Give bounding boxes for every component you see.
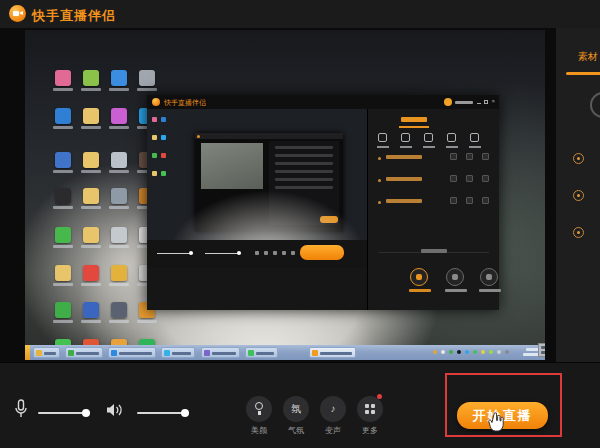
icon-label — [109, 320, 129, 323]
desktop-icon-wallpaper-app[interactable] — [83, 70, 99, 86]
nested-desktop-icon — [161, 135, 166, 140]
desktop-icon-folder[interactable] — [83, 108, 99, 124]
tab-material[interactable]: 素材 — [578, 50, 598, 64]
material-radio-icon[interactable] — [573, 227, 584, 238]
tab-underline — [566, 72, 600, 75]
beauty-label: 美颜 — [246, 425, 272, 436]
desktop-icon-blue-bubble-app[interactable] — [111, 70, 127, 86]
desktop-icon-phone-tool[interactable] — [111, 188, 127, 204]
list-item-control — [482, 175, 489, 182]
icon-label — [109, 170, 129, 173]
speaker-volume-slider[interactable] — [137, 412, 189, 414]
icon-label — [53, 170, 73, 173]
tray-icon[interactable] — [473, 350, 477, 354]
app-window: 快手直播伴侣 — [0, 0, 600, 448]
beauty-lamp-icon — [255, 402, 263, 410]
material-radio-icon[interactable] — [573, 190, 584, 201]
desktop-icon-blue-app[interactable] — [55, 152, 71, 168]
tray-icon[interactable] — [441, 350, 445, 354]
desktop-icon-music-app[interactable] — [55, 70, 71, 86]
list-item-text — [386, 177, 422, 181]
desktop-icon-folder[interactable] — [83, 152, 99, 168]
tray-icon[interactable] — [505, 350, 509, 354]
tray-icon[interactable] — [489, 350, 493, 354]
icon-label — [109, 283, 129, 286]
more-button[interactable]: 更多 — [357, 396, 383, 436]
desktop-icon-red-x-app[interactable] — [83, 265, 99, 281]
inner-orange-button — [320, 216, 338, 223]
app-title: 快手直播伴侣 — [32, 7, 116, 25]
speaker-icon[interactable] — [106, 402, 124, 418]
desktop-icon-wps-app[interactable] — [83, 302, 99, 318]
maximize-icon — [484, 100, 488, 104]
nested-panel-title — [401, 117, 427, 122]
icon-label — [109, 206, 129, 209]
beauty-button[interactable]: 美颜 — [246, 396, 272, 436]
desktop-icon-yellow-archive[interactable] — [111, 265, 127, 281]
nested-panel-underline — [399, 126, 429, 128]
tray-icon[interactable] — [457, 350, 461, 354]
nested-titlebar: 快手直播伴侣 × — [147, 95, 499, 109]
desktop-icon-document-file[interactable] — [111, 152, 127, 168]
speaker-slider-knob[interactable] — [181, 409, 189, 417]
material-radio-icon[interactable] — [573, 153, 584, 164]
capture-source-icon — [447, 133, 456, 142]
list-dot — [378, 179, 381, 182]
tray-icon[interactable] — [497, 350, 501, 354]
capture-source-icon — [378, 133, 387, 142]
icon-label — [109, 126, 129, 129]
tray-icon[interactable] — [465, 350, 469, 354]
nested-right-panel — [367, 109, 499, 310]
desktop-icon-green-circle-app[interactable] — [55, 302, 71, 318]
taskbar-button[interactable] — [309, 347, 356, 358]
desktop-icon-folder[interactable] — [83, 188, 99, 204]
desktop-icon-movie-tool[interactable] — [111, 302, 127, 318]
icon-label — [81, 126, 101, 129]
icon-label — [81, 245, 101, 248]
atmosphere-button[interactable]: 氛 气氛 — [283, 396, 309, 436]
icon-label — [109, 245, 129, 248]
hand-cursor-icon — [487, 412, 507, 436]
taskbar-button[interactable] — [65, 347, 103, 358]
minimize-icon — [477, 103, 481, 104]
voice-changer-label: 变声 — [320, 425, 346, 436]
taskbar-button[interactable] — [108, 347, 156, 358]
icon-label — [137, 88, 157, 91]
mic-slider-knob[interactable] — [82, 409, 90, 417]
desktop-icon-rainbow-ball-app[interactable] — [111, 108, 127, 124]
nested-desktop-icon — [152, 117, 157, 122]
capture-source-icon — [401, 133, 410, 142]
capture-source-icon — [470, 133, 479, 142]
desktop-icon-blue-p-app[interactable] — [55, 108, 71, 124]
taskbar-button[interactable] — [201, 347, 240, 358]
more-label: 更多 — [357, 425, 383, 436]
desktop-icon-folder[interactable] — [83, 227, 99, 243]
icon-label — [53, 283, 73, 286]
nested-control-icon — [264, 251, 268, 255]
nested-action-button — [446, 268, 464, 286]
tray-icon[interactable] — [449, 350, 453, 354]
taskbar-button[interactable] — [161, 347, 195, 358]
nested-desktop-icon — [161, 117, 166, 122]
list-item-control — [482, 197, 489, 204]
voice-changer-button[interactable]: ♪ 变声 — [320, 396, 346, 436]
nested-control-icon — [291, 251, 295, 255]
mic-volume-slider[interactable] — [38, 412, 90, 414]
taskbar-button[interactable] — [245, 347, 278, 358]
titlebar: 快手直播伴侣 — [0, 0, 600, 28]
tray-icon[interactable] — [433, 350, 437, 354]
list-dot — [378, 201, 381, 204]
nested-app-window: 快手直播伴侣 × — [147, 95, 499, 310]
desktop-icon-grey-app[interactable] — [111, 227, 127, 243]
desktop-icon-archive-tool[interactable] — [139, 70, 155, 86]
desktop-icon-folder[interactable] — [55, 265, 71, 281]
tray-icon[interactable] — [481, 350, 485, 354]
taskbar-button[interactable] — [33, 347, 60, 358]
list-item-control — [466, 153, 473, 160]
nested-app-title: 快手直播伴侣 — [164, 98, 206, 108]
desktop-icon-qq-app[interactable] — [55, 188, 71, 204]
desktop-icon-video-player-app[interactable] — [55, 227, 71, 243]
capture-source-icon — [424, 133, 433, 142]
microphone-icon[interactable] — [14, 399, 28, 419]
icon-label — [109, 88, 129, 91]
